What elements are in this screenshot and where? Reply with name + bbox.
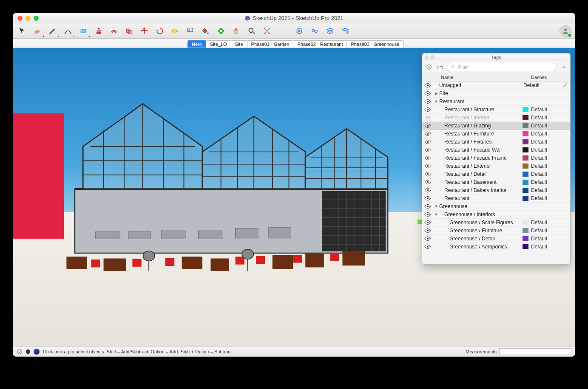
color-swatch[interactable] <box>523 163 528 169</box>
dash-value[interactable]: Default <box>522 82 562 88</box>
dash-value[interactable]: Default <box>529 123 570 129</box>
dash-value[interactable]: Default <box>529 220 570 226</box>
eye-icon[interactable] <box>422 244 433 249</box>
tag-row[interactable]: ▶Site <box>422 90 570 98</box>
eraser-tool[interactable] <box>32 25 43 37</box>
dash-value[interactable]: Default <box>529 187 570 193</box>
tag-row[interactable]: UntaggedDefault <box>422 82 570 90</box>
close-icon[interactable] <box>17 16 23 21</box>
eye-icon[interactable] <box>422 131 433 136</box>
dash-value[interactable]: Default <box>529 244 570 250</box>
color-swatch[interactable] <box>523 244 528 249</box>
color-swatch[interactable] <box>523 107 528 112</box>
viewport[interactable]: Tags Filter Name⌄ Dashes UntaggedDefault… <box>13 48 575 346</box>
dash-value[interactable]: Default <box>529 131 570 137</box>
scene-tab[interactable]: Phase02 - Restaurant <box>293 40 347 48</box>
eye-icon[interactable] <box>422 163 433 169</box>
profile-button[interactable] <box>560 25 571 37</box>
pushpull-tool[interactable] <box>93 25 104 37</box>
dash-value[interactable]: Default <box>529 163 570 169</box>
dash-value[interactable]: Default <box>529 171 570 177</box>
geolocation-icon[interactable] <box>34 349 40 355</box>
column-name[interactable]: Name⌄ <box>439 75 523 80</box>
dash-value[interactable]: Default <box>529 236 570 242</box>
filter-input[interactable]: Filter <box>447 63 557 71</box>
tag-row[interactable]: Restaurant / Facade WallDefault <box>422 146 570 154</box>
tag-row[interactable]: Restaurant / GlazingDefault <box>422 122 570 130</box>
tag-row[interactable]: ▼Restaurant <box>422 98 570 106</box>
dash-value[interactable]: Default <box>529 147 570 153</box>
hidden-icon[interactable] <box>422 115 433 120</box>
text-tool[interactable]: A1 <box>185 25 196 37</box>
tags-list[interactable]: UntaggedDefault▶Site▼RestaurantRestauran… <box>422 82 570 251</box>
scene-tab[interactable]: Phase01 - Garden <box>247 40 294 48</box>
eye-icon[interactable] <box>422 228 433 233</box>
measurements-input[interactable] <box>499 348 571 355</box>
tag-row[interactable]: Restaurant / FurnitureDefault <box>422 130 570 138</box>
extension-1-tool[interactable] <box>294 25 305 37</box>
orbit-tool[interactable] <box>216 25 227 37</box>
tag-row[interactable]: Greenhouse / FurnitureDefault <box>422 227 570 235</box>
dash-value[interactable]: Default <box>529 195 570 201</box>
eye-icon[interactable] <box>422 236 433 241</box>
panel-close-icon[interactable] <box>425 55 429 59</box>
column-dashes[interactable]: Dashes <box>529 75 570 80</box>
pencil-icon[interactable] <box>562 82 570 89</box>
tag-row[interactable]: ▼Greenhouse / Interiors <box>422 211 570 219</box>
color-swatch[interactable] <box>523 123 528 128</box>
eye-icon[interactable] <box>422 123 433 128</box>
arc-tool[interactable] <box>62 25 74 37</box>
dash-value[interactable]: Default <box>529 179 570 185</box>
scene-tab[interactable]: Site <box>231 40 247 48</box>
dash-value[interactable]: Default <box>529 155 570 161</box>
tag-row[interactable]: Restaurant / FixturesDefault <box>422 138 570 146</box>
add-tag-button[interactable] <box>425 63 433 71</box>
color-swatch[interactable] <box>523 172 528 177</box>
eye-icon[interactable] <box>422 188 433 193</box>
tag-row[interactable]: Restaurant / ExteriorDefault <box>422 162 570 170</box>
zoom-tool[interactable] <box>246 25 257 37</box>
color-swatch[interactable] <box>523 196 528 201</box>
extension-2-tool[interactable] <box>309 25 320 37</box>
select-tool[interactable] <box>17 25 28 37</box>
zoom-extents-tool[interactable] <box>261 25 273 37</box>
followme-tool[interactable] <box>124 25 135 37</box>
info-icon[interactable]: i <box>25 349 31 355</box>
color-swatch[interactable] <box>523 220 528 225</box>
eye-icon[interactable] <box>422 172 433 177</box>
color-swatch[interactable] <box>523 155 528 161</box>
zoom-icon[interactable] <box>34 16 39 21</box>
color-swatch[interactable] <box>523 188 528 193</box>
scene-tab[interactable]: Phase03 - Greenhouse <box>347 40 403 48</box>
panel-titlebar[interactable]: Tags <box>422 54 570 61</box>
color-swatch[interactable] <box>523 115 528 120</box>
color-swatch[interactable] <box>523 147 528 152</box>
tag-row[interactable]: Greenhouse / AeroponicsDefault <box>422 243 570 251</box>
color-swatch[interactable] <box>523 131 528 136</box>
color-swatch[interactable] <box>523 139 528 144</box>
panel-min-icon[interactable] <box>431 55 435 59</box>
offset-tool[interactable] <box>108 25 119 37</box>
eye-icon[interactable] <box>422 83 433 88</box>
eye-icon[interactable] <box>422 212 433 217</box>
tag-row[interactable]: Restaurant / DetailDefault <box>422 170 570 178</box>
add-folder-button[interactable] <box>436 63 444 71</box>
eye-icon[interactable] <box>422 180 433 185</box>
eye-icon[interactable] <box>422 147 433 152</box>
details-button[interactable] <box>559 63 568 71</box>
expand-icon[interactable]: ▼ <box>433 204 439 209</box>
tag-row[interactable]: Restaurant / Bakery InteriorDefault <box>422 186 570 194</box>
eye-icon[interactable] <box>422 196 433 201</box>
eye-icon[interactable] <box>422 91 433 96</box>
color-swatch[interactable] <box>523 228 528 233</box>
eye-icon[interactable] <box>422 220 433 225</box>
pencil-tool[interactable] <box>47 25 58 37</box>
expand-icon[interactable]: ▼ <box>433 99 439 104</box>
expand-icon[interactable]: ▶ <box>433 91 439 96</box>
eye-icon[interactable] <box>422 155 433 161</box>
tape-tool[interactable] <box>170 25 181 37</box>
scene-tab[interactable]: Site_LO <box>206 40 231 48</box>
tag-row[interactable]: Restaurant / InteriorDefault <box>422 114 570 122</box>
eye-icon[interactable] <box>422 139 433 144</box>
tag-row[interactable]: Restaurant / BasementDefault <box>422 178 570 186</box>
